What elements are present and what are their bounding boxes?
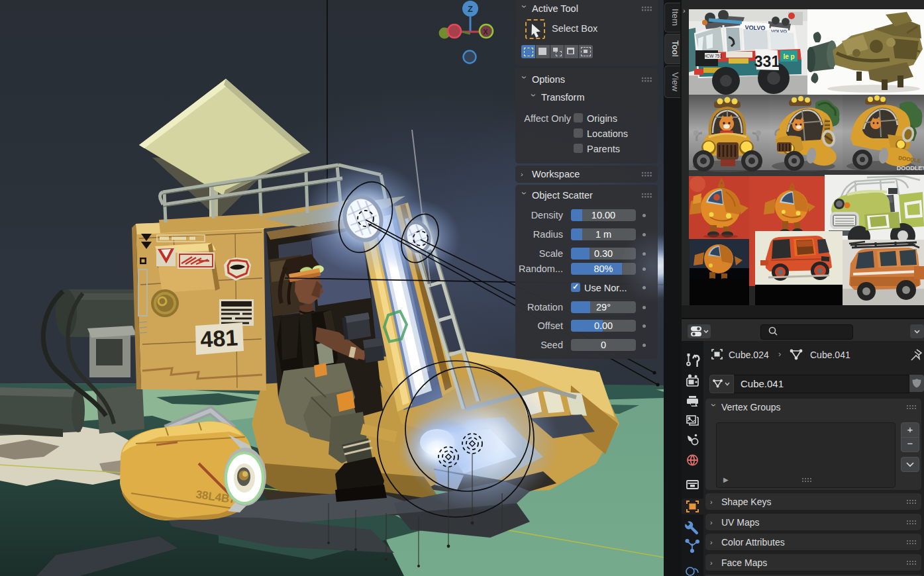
svg-text:481: 481 bbox=[199, 325, 238, 352]
svg-text:HCW 751: HCW 751 bbox=[703, 54, 723, 58]
svg-text:DOODLEY: DOODLEY bbox=[897, 165, 924, 171]
svg-text:X: X bbox=[483, 28, 488, 36]
svg-text:331: 331 bbox=[754, 53, 780, 70]
svg-text:Z: Z bbox=[468, 4, 473, 14]
svg-text:le p: le p bbox=[783, 53, 794, 60]
